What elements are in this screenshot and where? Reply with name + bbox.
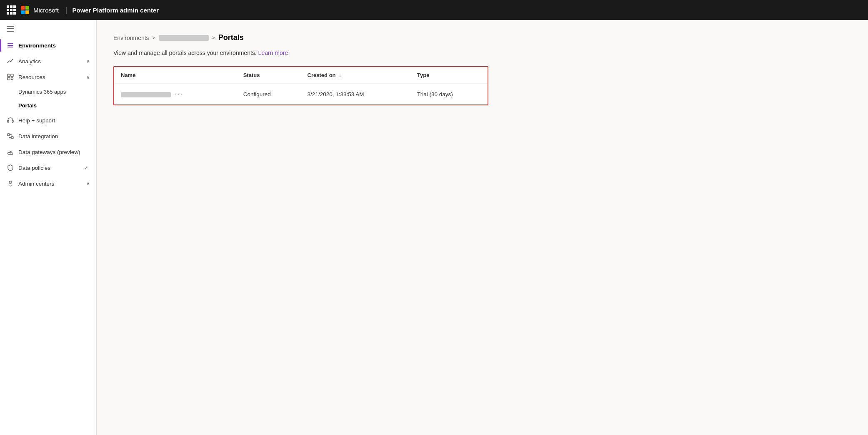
svg-rect-4 (11, 74, 13, 77)
topbar: Microsoft | Power Platform admin center (0, 0, 868, 20)
topbar-divider: | (65, 6, 68, 15)
sidebar-item-help-support[interactable]: Help + support (0, 112, 96, 128)
svg-rect-2 (8, 43, 13, 44)
data-integration-icon (7, 132, 14, 140)
headset-icon (7, 117, 14, 124)
breadcrumb-sep-2: > (212, 35, 215, 41)
app-title: Power Platform admin center (73, 7, 159, 14)
col-header-status[interactable]: Status (237, 67, 301, 84)
breadcrumb-environments[interactable]: Environments (113, 35, 149, 41)
cell-type: Trial (30 days) (410, 84, 488, 105)
sidebar-item-label: Environments (18, 42, 90, 49)
sidebar-sub-label: Dynamics 365 apps (18, 89, 66, 95)
external-link-icon: ⤢ (82, 164, 90, 172)
sidebar-item-label: Analytics (18, 58, 82, 65)
grid-settings-icon (7, 73, 14, 81)
breadcrumb-blurred-env (159, 35, 209, 41)
breadcrumb: Environments > > Portals (113, 33, 851, 42)
sidebar-item-label: Data integration (18, 133, 90, 139)
chevron-up-icon: ∧ (86, 75, 90, 80)
sidebar-item-resources[interactable]: Resources ∧ (0, 69, 96, 85)
row-actions-button[interactable]: ··· (173, 89, 185, 99)
portals-table: Name Status Created on ↓ Type (114, 67, 488, 104)
main-inner: Environments > > Portals View and manage… (97, 20, 868, 119)
waffle-menu[interactable] (7, 5, 16, 15)
sidebar-item-data-integration[interactable]: Data integration (0, 128, 96, 144)
sidebar: Environments Analytics ∨ (0, 20, 97, 435)
svg-point-6 (11, 78, 13, 80)
chart-icon (7, 57, 14, 65)
svg-rect-10 (12, 120, 13, 122)
table-row: ··· Configured 3/21/2020, 1:33:53 AM Tri… (114, 84, 488, 105)
cell-status: Configured (237, 84, 301, 105)
col-header-created-on[interactable]: Created on ↓ (301, 67, 410, 84)
shield-icon (7, 164, 14, 172)
hamburger-button[interactable] (0, 20, 21, 37)
cell-created-on: 3/21/2020, 1:33:53 AM (301, 84, 410, 105)
breadcrumb-sep-1: > (153, 35, 155, 41)
sidebar-item-analytics[interactable]: Analytics ∨ (0, 53, 96, 69)
sidebar-item-environments[interactable]: Environments (0, 37, 96, 53)
admin-icon: A+ (7, 180, 14, 187)
chevron-down-icon: ∨ (86, 59, 90, 64)
sidebar-item-portals[interactable]: Portals (0, 99, 96, 112)
microsoft-logo (21, 6, 29, 14)
svg-point-14 (9, 181, 12, 184)
col-header-type[interactable]: Type (410, 67, 488, 84)
chevron-down-icon: ∨ (86, 181, 90, 186)
col-header-name[interactable]: Name (114, 67, 237, 84)
sidebar-item-data-policies[interactable]: Data policies ⤢ (0, 160, 96, 176)
sort-icon: ↓ (339, 73, 341, 78)
sidebar-item-label: Resources (18, 74, 82, 80)
brand-name: Microsoft (33, 7, 59, 14)
portals-table-container: Name Status Created on ↓ Type (113, 66, 488, 105)
page-description: View and manage all portals across your … (113, 50, 851, 56)
portal-name-blurred (121, 92, 171, 97)
svg-rect-0 (8, 47, 13, 47)
svg-rect-3 (8, 74, 10, 77)
cell-name: ··· (114, 84, 237, 105)
breadcrumb-current-page: Portals (218, 33, 244, 42)
main-content: Environments > > Portals View and manage… (97, 20, 868, 435)
svg-rect-5 (8, 77, 10, 80)
sidebar-item-label: Data policies (18, 165, 78, 171)
table-header-row: Name Status Created on ↓ Type (114, 67, 488, 84)
svg-rect-12 (11, 137, 13, 139)
svg-rect-1 (8, 45, 13, 46)
sidebar-item-label: Help + support (18, 117, 90, 124)
sidebar-item-label: Admin centers (18, 181, 82, 187)
svg-text:A+: A+ (9, 184, 13, 187)
sidebar-item-dynamics-365-apps[interactable]: Dynamics 365 apps (0, 85, 96, 99)
sidebar-sub-label: Portals (18, 102, 37, 109)
learn-more-link[interactable]: Learn more (258, 50, 288, 56)
svg-rect-9 (8, 120, 9, 122)
svg-rect-11 (8, 134, 10, 136)
sidebar-item-label: Data gateways (preview) (18, 149, 90, 155)
layout: Environments Analytics ∨ (0, 20, 868, 435)
cloud-upload-icon (7, 148, 14, 156)
sidebar-item-admin-centers[interactable]: A+ Admin centers ∨ (0, 176, 96, 191)
sidebar-item-data-gateways[interactable]: Data gateways (preview) (0, 144, 96, 160)
layers-icon (7, 42, 14, 49)
